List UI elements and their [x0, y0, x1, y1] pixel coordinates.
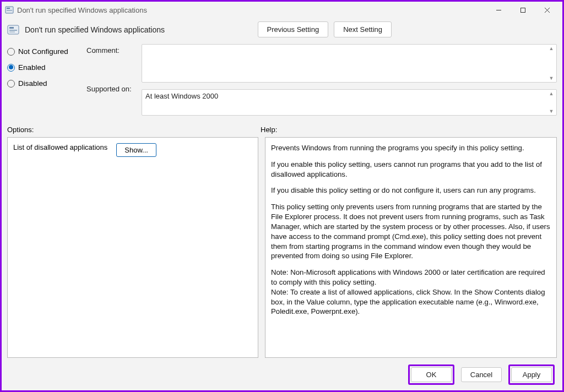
cancel-button[interactable]: Cancel [461, 367, 502, 382]
help-text: If you enable this policy setting, users… [271, 160, 551, 179]
svg-rect-1 [7, 8, 10, 9]
scroll-arrows[interactable]: ▲▼ [547, 91, 555, 114]
help-text: This policy setting only prevents users … [271, 202, 551, 261]
supported-on-box: At least Windows 2000 ▲▼ [142, 89, 557, 116]
svg-rect-10 [9, 31, 15, 32]
radio-enabled[interactable]: Enabled [7, 63, 79, 72]
radio-icon [7, 48, 15, 56]
radio-disabled[interactable]: Disabled [7, 79, 79, 88]
minimize-button[interactable] [486, 2, 511, 18]
radio-not-configured[interactable]: Not Configured [7, 47, 79, 56]
policy-icon [5, 6, 14, 14]
window-controls [486, 2, 559, 18]
help-label: Help: [261, 126, 557, 134]
svg-rect-8 [9, 27, 14, 29]
svg-rect-2 [7, 10, 12, 11]
comment-input[interactable]: ▲▼ [142, 44, 557, 83]
radio-label: Disabled [18, 79, 47, 88]
supported-label: Supported on: [86, 83, 142, 93]
radio-icon [7, 80, 15, 88]
help-text: Note: To create a list of allowed applic… [271, 287, 551, 317]
radio-icon [7, 64, 15, 72]
policy-editor-window: Don't run specified Windows applications… [0, 0, 564, 392]
titlebar: Don't run specified Windows applications [2, 2, 562, 18]
policy-title: Don't run specified Windows applications [25, 25, 165, 34]
close-button[interactable] [535, 2, 559, 18]
help-panel: Prevents Windows from running the progra… [265, 137, 557, 358]
apply-button[interactable]: Apply [511, 367, 552, 382]
comment-label: Comment: [86, 44, 142, 55]
footer: OK Cancel Apply [2, 358, 562, 390]
svg-rect-9 [9, 30, 17, 31]
previous-setting-button[interactable]: Previous Setting [258, 21, 329, 37]
section-labels: Options: Help: [2, 116, 562, 137]
header: Don't run specified Windows applications… [2, 18, 562, 44]
radio-label: Enabled [18, 63, 46, 72]
disallowed-list-label: List of disallowed applications [13, 143, 107, 151]
help-text: Prevents Windows from running the progra… [271, 143, 551, 153]
options-label: Options: [7, 126, 261, 134]
config-area: Not Configured Enabled Disabled Comment:… [2, 44, 562, 116]
svg-rect-4 [520, 8, 525, 12]
window-title: Don't run specified Windows applications [17, 6, 147, 14]
options-panel: List of disallowed applications Show... [7, 137, 258, 358]
radio-label: Not Configured [18, 47, 68, 56]
help-text: Note: Non-Microsoft applications with Wi… [271, 268, 551, 287]
panels: List of disallowed applications Show... … [2, 137, 562, 358]
scroll-arrows[interactable]: ▲▼ [547, 46, 555, 81]
state-radios: Not Configured Enabled Disabled [7, 44, 79, 116]
help-text: If you disable this policy setting or do… [271, 186, 551, 195]
show-button[interactable]: Show... [116, 143, 156, 157]
maximize-button[interactable] [511, 2, 535, 18]
next-setting-button[interactable]: Next Setting [334, 21, 392, 37]
policy-large-icon [7, 24, 19, 36]
ok-button[interactable]: OK [411, 367, 452, 382]
